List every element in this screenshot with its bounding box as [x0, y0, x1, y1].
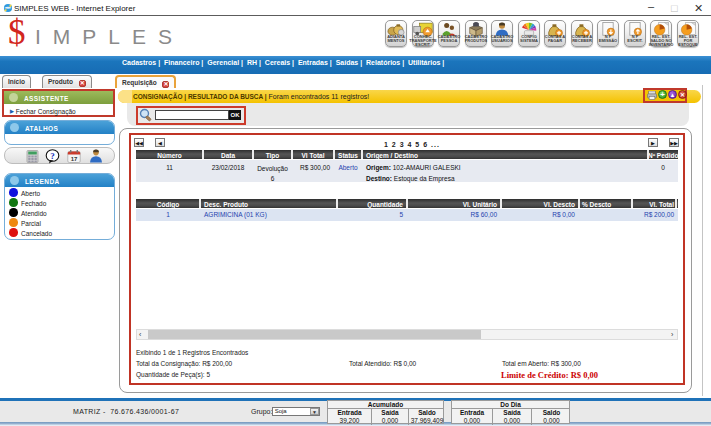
svg-text:?: ? — [50, 151, 55, 161]
svg-text:17: 17 — [71, 156, 78, 162]
